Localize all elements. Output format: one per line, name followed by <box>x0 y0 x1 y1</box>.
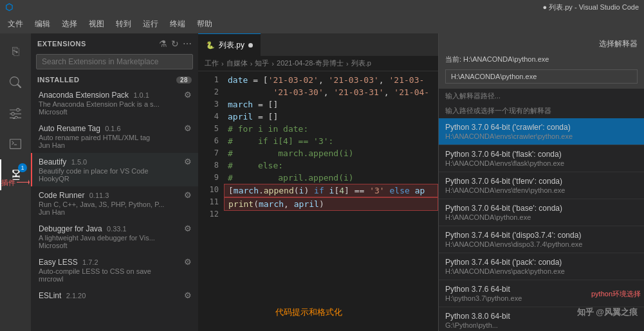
python-file-icon: 🐍 <box>206 41 215 49</box>
ext-desc-5: Auto-compile LESS to CSS on save <box>39 267 192 275</box>
tab-name: 列表.py <box>219 40 244 51</box>
code-line-5: # for i in date: <box>224 123 438 135</box>
breadcrumb: 工作 › 自媒体 › 知乎 › 2021-04-28-奇异博士 › 列表.p <box>198 56 438 71</box>
interp-path-0: H:\ANACONDA\envs\crawler\python.exe <box>445 132 638 140</box>
title-bar: ⬡ ● 列表.py - Visual Studio Code <box>0 0 644 14</box>
filter-icon[interactable]: ⚗ <box>159 39 167 49</box>
editor-tab-listpy[interactable]: 🐍 列表.py <box>198 33 261 56</box>
interpreter-option-4[interactable]: Python 3.7.4 64-bit ('dispo3.7.4': conda… <box>439 226 644 253</box>
ext-desc-3: Run C, C++, Java, JS, PHP, Python, P... <box>39 201 192 208</box>
activity-search[interactable] <box>0 67 31 98</box>
code-line-11: print(march, april) <box>224 197 438 211</box>
code-line-4: april = [] <box>224 111 438 123</box>
line-num-5: 5 <box>198 123 219 135</box>
line-num-7: 7 <box>198 147 219 159</box>
editor-area: 🐍 列表.py 工作 › 自媒体 › 知乎 › 2021-04-28-奇异博士 … <box>198 33 438 331</box>
interp-name-3: Python 3.7.0 64-bit ('base': conda) <box>445 204 638 213</box>
breadcrumb-media[interactable]: 自媒体 <box>226 58 248 68</box>
ext-gear-3[interactable]: ⚙ <box>184 190 192 200</box>
ext-gear-4[interactable]: ⚙ <box>184 224 192 233</box>
line-num-4: 4 <box>198 111 219 123</box>
more-icon[interactable]: ⋯ <box>183 39 192 49</box>
code-content[interactable]: date = ['21-03-02', '21-03-03', '21-03- … <box>224 71 438 331</box>
ext-desc-2: Beautify code in place for VS Code <box>39 167 192 175</box>
code-line-2: '21-03-30', '21-03-31', '21-04- <box>224 86 438 98</box>
interp-name-4: Python 3.7.4 64-bit ('dispo3.7.4': conda… <box>445 231 638 240</box>
interpreter-input-hint: 输入解释器路径... <box>439 89 644 103</box>
code-editor: 1 2 3 4 5 6 7 8 9 10 11 12 date = ['21-0… <box>198 71 438 331</box>
breadcrumb-work[interactable]: 工作 <box>205 58 219 68</box>
interp-path-2: H:\ANACONDA\envs\tfenv\python.exe <box>445 186 638 194</box>
activity-source-control[interactable] <box>0 98 31 129</box>
extension-item-3[interactable]: Code Runner 0.11.3 ⚙ Run C, C++, Java, J… <box>31 186 198 220</box>
code-line-10: [march.append(i) if i[4] == '3' else ap <box>224 184 438 197</box>
code-line-9: # april.append(i) <box>224 172 438 184</box>
title-bar-left: ⬡ <box>5 2 13 12</box>
interpreter-option-6[interactable]: Python 3.7.6 64-bit H:\python3.7\python.… <box>439 280 644 307</box>
breadcrumb-file[interactable]: 列表.p <box>351 58 371 68</box>
menu-view[interactable]: 视图 <box>84 16 109 32</box>
extension-item-4[interactable]: Debugger for Java 0.33.1 ⚙ A lightweight… <box>31 220 198 253</box>
interpreter-option-5[interactable]: Python 3.7.4 64-bit ('pack': conda) H:\A… <box>439 253 644 280</box>
activity-debug[interactable] <box>0 129 31 159</box>
ext-author-0: Microsoft <box>39 108 192 116</box>
plugin-annotation: 插件 <box>1 177 30 187</box>
menu-file[interactable]: 文件 <box>3 16 28 32</box>
ext-gear-5[interactable]: ⚙ <box>184 257 192 267</box>
watermark: 知乎 @风翼之痕 <box>577 307 638 318</box>
interp-name-2: Python 3.7.0 64-bit ('tfenv': conda) <box>445 177 638 186</box>
line-num-8: 8 <box>198 159 219 172</box>
ext-gear-2[interactable]: ⚙ <box>184 157 192 166</box>
interp-path-3: H:\ANACONDA\python.exe <box>445 213 638 221</box>
interpreter-option-0[interactable]: Python 3.7.0 64-bit ('crawler': conda) H… <box>439 118 644 145</box>
extension-item-0[interactable]: Anaconda Extension Pack 1.0.1 ⚙ The Anac… <box>31 86 198 120</box>
interpreter-panel: 选择解释器 当前: H:\ANACONDA\python.exe H:\ANAC… <box>438 33 644 331</box>
code-line-7: # march.append(i) <box>224 147 438 159</box>
extensions-search-input[interactable] <box>36 54 193 69</box>
interpreter-option-2[interactable]: Python 3.7.0 64-bit ('tfenv': conda) H:\… <box>439 172 644 199</box>
installed-label: INSTALLED <box>37 76 79 84</box>
code-line-6: # if i[4] == '3': <box>224 135 438 147</box>
sidebar-header: EXTENSIONS ⚗ ↻ ⋯ <box>31 33 198 51</box>
ext-author-2: HookyQR <box>39 175 192 183</box>
menu-run[interactable]: 运行 <box>138 16 163 32</box>
extension-item-5[interactable]: Easy LESS 1.7.2 ⚙ Auto-compile LESS to C… <box>31 253 198 287</box>
code-annotation: 代码提示和格式化 <box>275 307 342 318</box>
ext-gear-0[interactable]: ⚙ <box>184 90 192 100</box>
line-num-2: 2 <box>198 86 219 98</box>
extension-item-1[interactable]: Auto Rename Tag 0.1.6 ⚙ Auto rename pair… <box>31 120 198 153</box>
ext-name-1: Auto Rename Tag 0.1.6 <box>39 124 121 133</box>
breadcrumb-zhihu[interactable]: 知乎 <box>255 58 269 68</box>
ext-author-4: Microsoft <box>39 242 192 249</box>
line-num-1: 1 <box>198 74 219 86</box>
ext-name-6: ESLint 2.1.20 <box>39 291 86 300</box>
installed-header: INSTALLED 28 <box>31 72 198 86</box>
menu-terminal[interactable]: 终端 <box>165 16 190 32</box>
breadcrumb-folder[interactable]: 2021-04-28-奇异博士 <box>277 58 344 68</box>
ext-name-0: Anaconda Extension Pack 1.0.1 <box>39 91 149 100</box>
interpreter-option-3[interactable]: Python 3.7.0 64-bit ('base': conda) H:\A… <box>439 199 644 226</box>
ext-gear-1[interactable]: ⚙ <box>184 123 192 133</box>
menu-edit[interactable]: 编辑 <box>30 16 55 32</box>
tab-bar: 🐍 列表.py <box>198 33 438 56</box>
ext-gear-6[interactable]: ⚙ <box>184 291 192 300</box>
refresh-icon[interactable]: ↻ <box>171 39 179 49</box>
menu-selection[interactable]: 选择 <box>57 16 82 32</box>
interp-path-4: H:\ANACONDA\envs\dispo3.7.4\python.exe <box>445 240 638 248</box>
extension-item-2[interactable]: Beautify 1.5.0 ⚙ Beautify code in place … <box>31 153 198 186</box>
menu-help[interactable]: 帮助 <box>192 16 217 32</box>
main-layout: ⎘ 1 插件 EXTENSIONS ⚗ ↻ ⋯ <box>0 33 644 331</box>
activity-explorer[interactable]: ⎘ <box>0 36 31 67</box>
interp-name-5: Python 3.7.4 64-bit ('pack': conda) <box>445 258 638 267</box>
ext-name-2: Beautify 1.5.0 <box>39 157 87 166</box>
menu-goto[interactable]: 转到 <box>111 16 136 32</box>
extension-item-6[interactable]: ESLint 2.1.20 ⚙ <box>31 287 198 305</box>
interp-path-1: H:\ANACONDA\envs\flask\python.exe <box>445 159 638 167</box>
interpreter-option-1[interactable]: Python 3.7.0 64-bit ('flask': conda) H:\… <box>439 145 644 172</box>
ext-desc-0: The Anaconda Extension Pack is a s... <box>39 100 192 108</box>
activity-bar: ⎘ 1 插件 <box>0 33 31 331</box>
ext-desc-4: A lightweight Java debugger for Vis... <box>39 234 192 242</box>
sidebar-actions: ⚗ ↻ ⋯ <box>159 39 192 49</box>
installed-count: 28 <box>176 76 192 84</box>
extension-list: Anaconda Extension Pack 1.0.1 ⚙ The Anac… <box>31 86 198 331</box>
